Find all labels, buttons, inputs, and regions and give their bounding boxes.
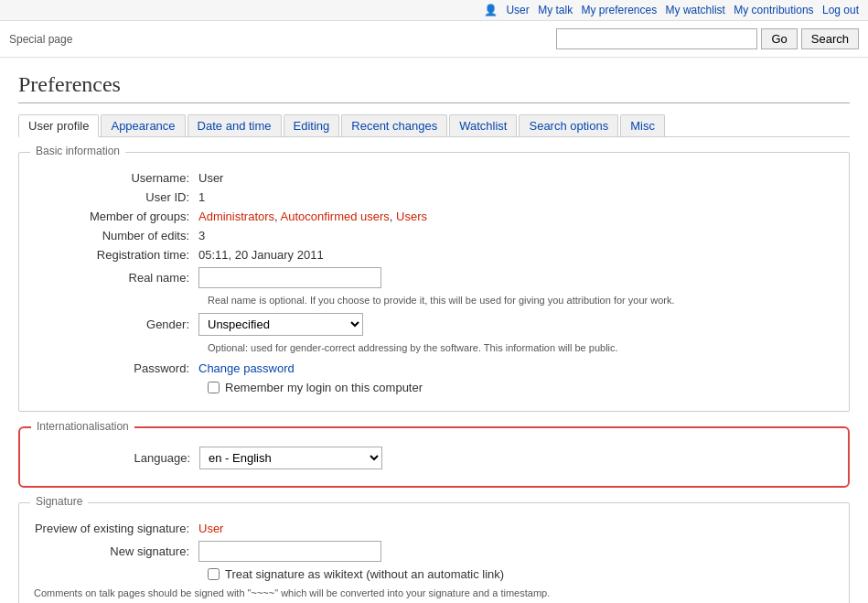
remember-login-label: Remember my login on this computer	[225, 381, 423, 394]
wikitext-row: Treat signature as wikitext (without an …	[208, 567, 834, 581]
member-groups-row: Member of groups: Administrators, Autoco…	[34, 210, 834, 223]
real-name-note: Real name is optional. If you choose to …	[208, 294, 834, 307]
tab-date-and-time[interactable]: Date and time	[188, 114, 282, 136]
basic-info-section: Basic information Username: User User ID…	[18, 152, 850, 412]
go-button[interactable]: Go	[761, 28, 797, 49]
real-name-label: Real name:	[34, 271, 198, 285]
signature-legend: Signature	[30, 495, 88, 508]
password-label: Password:	[34, 361, 198, 375]
num-edits-label: Number of edits:	[34, 229, 198, 242]
search-bar: Special page Go Search	[0, 21, 868, 58]
tab-editing[interactable]: Editing	[284, 114, 340, 136]
password-row: Password: Change password	[34, 361, 834, 375]
gender-note: Optional: used for gender-correct addres…	[208, 341, 834, 355]
nav-mycontributions-link[interactable]: My contributions	[734, 4, 813, 16]
reg-time-row: Registration time: 05:11, 20 January 201…	[34, 248, 834, 262]
username-label: Username:	[34, 171, 198, 185]
real-name-input[interactable]	[198, 267, 381, 288]
user-icon: 👤	[484, 4, 498, 16]
username-value: User	[198, 171, 223, 185]
num-edits-value: 3	[198, 229, 205, 242]
sig-preview-label: Preview of existing signature:	[34, 522, 198, 535]
search-input[interactable]	[556, 28, 757, 49]
nav-mypreferences-link[interactable]: My preferences	[582, 4, 658, 16]
top-navigation: 👤 User My talk My preferences My watchli…	[0, 0, 868, 21]
new-sig-label: New signature:	[34, 544, 198, 558]
page-title: Preferences	[18, 72, 850, 103]
tab-search-options[interactable]: Search options	[519, 114, 618, 136]
group-users-link[interactable]: Users	[396, 210, 427, 223]
tab-misc[interactable]: Misc	[620, 114, 665, 136]
num-edits-row: Number of edits: 3	[34, 229, 834, 242]
language-label: Language:	[35, 451, 199, 465]
basic-info-legend: Basic information	[30, 145, 125, 157]
nav-mytalk-link[interactable]: My talk	[538, 4, 573, 16]
tab-recent-changes[interactable]: Recent changes	[341, 114, 447, 136]
member-groups-value: Administrators, Autoconfirmed users, Use…	[198, 210, 427, 223]
wikitext-checkbox[interactable]	[208, 568, 220, 580]
search-button[interactable]: Search	[801, 28, 859, 49]
username-row: Username: User	[34, 171, 834, 185]
new-sig-row: New signature:	[34, 541, 834, 562]
remember-login-checkbox[interactable]	[208, 382, 220, 393]
reg-time-label: Registration time:	[34, 248, 198, 262]
main-content: Preferences User profile Appearance Date…	[0, 58, 868, 603]
sig-preview-value[interactable]: User	[198, 522, 223, 535]
nav-user-link[interactable]: User	[506, 4, 529, 16]
sig-preview-row: Preview of existing signature: User	[34, 522, 834, 535]
nav-mywatchlist-link[interactable]: My watchlist	[666, 4, 725, 16]
userid-row: User ID: 1	[34, 190, 834, 204]
sig-note: Comments on talk pages should be signed …	[34, 587, 834, 600]
real-name-row: Real name:	[34, 267, 834, 288]
tab-user-profile[interactable]: User profile	[18, 114, 99, 137]
signature-section: Signature Preview of existing signature:…	[18, 502, 850, 603]
reg-time-value: 05:11, 20 January 2011	[198, 248, 324, 262]
member-groups-label: Member of groups:	[34, 210, 198, 223]
remember-login-row: Remember my login on this computer	[208, 381, 834, 394]
tab-bar: User profile Appearance Date and time Ed…	[18, 114, 850, 137]
wikitext-label: Treat signature as wikitext (without an …	[225, 567, 504, 581]
group-autoconfirmed-link[interactable]: Autoconfirmed users	[281, 210, 390, 223]
gender-select[interactable]: Unspecified Male Female	[198, 313, 363, 336]
internationalisation-legend: Internationalisation	[31, 420, 134, 433]
internationalisation-section: Internationalisation Language: en - Engl…	[18, 426, 850, 488]
tab-appearance[interactable]: Appearance	[101, 114, 185, 136]
change-password-link[interactable]: Change password	[198, 361, 295, 375]
special-page-label: Special page	[9, 33, 72, 46]
group-administrators-link[interactable]: Administrators	[198, 210, 274, 223]
language-row: Language: en - English de - Deutsch fr -…	[35, 447, 833, 469]
userid-label: User ID:	[34, 190, 198, 204]
new-sig-input[interactable]	[198, 541, 381, 562]
userid-value: 1	[198, 190, 205, 204]
tab-watchlist[interactable]: Watchlist	[449, 114, 517, 136]
language-select[interactable]: en - English de - Deutsch fr - Français …	[199, 447, 382, 469]
nav-logout-link[interactable]: Log out	[822, 4, 859, 16]
gender-row: Gender: Unspecified Male Female	[34, 313, 834, 336]
gender-label: Gender:	[34, 318, 198, 331]
